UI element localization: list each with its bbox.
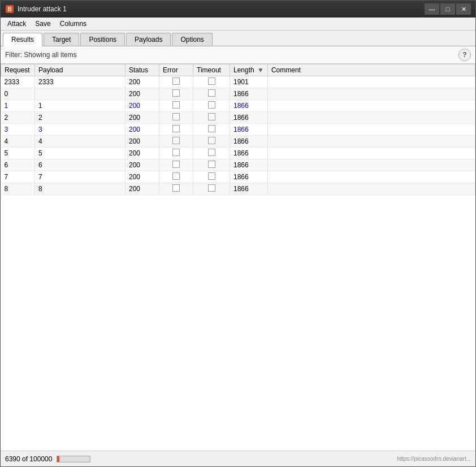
filter-text: Filter: Showing all items	[5, 51, 77, 59]
tab-results[interactable]: Results	[3, 33, 42, 46]
table-container: Request Payload Status Error Timeout Len…	[1, 64, 475, 451]
timeout-checkbox[interactable]	[208, 161, 215, 168]
timeout-checkbox[interactable]	[208, 89, 215, 97]
table-wrapper[interactable]: Request Payload Status Error Timeout Len…	[1, 64, 475, 451]
col-header-length[interactable]: Length ▼	[230, 64, 268, 76]
tab-options[interactable]: Options	[172, 33, 212, 46]
col-header-status[interactable]: Status	[126, 64, 159, 76]
error-checkbox[interactable]	[172, 137, 180, 144]
error-checkbox[interactable]	[172, 113, 180, 120]
col-header-error[interactable]: Error	[159, 64, 193, 76]
table-row[interactable]: 02001866	[1, 88, 475, 100]
timeout-checkbox[interactable]	[208, 172, 215, 180]
progress-text: 6390 of 100000	[5, 455, 52, 463]
help-button[interactable]: ?	[458, 49, 471, 61]
col-header-comment[interactable]: Comment	[267, 64, 475, 76]
table-row[interactable]: 222001866	[1, 112, 475, 124]
filter-bar: Filter: Showing all items ?	[1, 46, 475, 64]
timeout-checkbox[interactable]	[208, 77, 215, 85]
table-body: 2333233320019010200186611200186622200186…	[1, 76, 475, 195]
svg-text:B: B	[7, 6, 11, 12]
error-checkbox[interactable]	[172, 77, 180, 85]
minimize-button[interactable]: —	[425, 3, 439, 15]
error-checkbox[interactable]	[172, 184, 180, 192]
maximize-button[interactable]: □	[440, 3, 455, 15]
table-row[interactable]: 233323332001901	[1, 76, 475, 88]
error-checkbox[interactable]	[172, 125, 180, 132]
app-icon: B	[5, 5, 14, 14]
table-header: Request Payload Status Error Timeout Len…	[1, 64, 475, 76]
table-row[interactable]: 442001866	[1, 136, 475, 148]
col-header-timeout[interactable]: Timeout	[193, 64, 230, 76]
menu-item-columns[interactable]: Columns	[55, 19, 91, 29]
window-title: Intruder attack 1	[18, 5, 425, 13]
content-area: Filter: Showing all items ? Request Payl…	[1, 46, 475, 451]
table-row[interactable]: 112001866	[1, 100, 475, 112]
menu-item-attack[interactable]: Attack	[3, 19, 31, 29]
main-window: B Intruder attack 1 — □ ✕ AttackSaveColu…	[0, 0, 476, 467]
timeout-checkbox[interactable]	[208, 113, 215, 120]
sort-arrow-icon: ▼	[257, 66, 264, 74]
col-header-payload[interactable]: Payload	[35, 64, 126, 76]
table-row[interactable]: 662001866	[1, 159, 475, 171]
tab-target[interactable]: Target	[44, 33, 79, 46]
error-checkbox[interactable]	[172, 149, 180, 156]
title-bar: B Intruder attack 1 — □ ✕	[1, 1, 475, 18]
window-controls: — □ ✕	[425, 3, 471, 15]
timeout-checkbox[interactable]	[208, 125, 215, 132]
timeout-checkbox[interactable]	[208, 137, 215, 144]
tab-payloads[interactable]: Payloads	[126, 33, 171, 46]
table-row[interactable]: 772001866	[1, 171, 475, 183]
timeout-checkbox[interactable]	[208, 149, 215, 156]
results-table: Request Payload Status Error Timeout Len…	[1, 64, 475, 195]
timeout-checkbox[interactable]	[208, 101, 215, 109]
error-checkbox[interactable]	[172, 161, 180, 168]
close-button[interactable]: ✕	[456, 3, 471, 15]
table-row[interactable]: 552001866	[1, 148, 475, 159]
status-bar: 6390 of 100000 https://picassodrn.devian…	[1, 451, 475, 466]
status-left: 6390 of 100000	[5, 455, 90, 463]
error-checkbox[interactable]	[172, 172, 180, 180]
tab-positions[interactable]: Positions	[80, 33, 125, 46]
timeout-checkbox[interactable]	[208, 184, 215, 192]
progress-fill	[57, 456, 59, 462]
error-checkbox[interactable]	[172, 89, 180, 97]
table-row[interactable]: 882001866	[1, 183, 475, 195]
progress-bar	[57, 456, 90, 462]
status-url: https://picassodrn.devianart...	[397, 456, 471, 462]
table-row[interactable]: 332001866	[1, 124, 475, 136]
tabs-bar: ResultsTargetPositionsPayloadsOptions	[1, 31, 475, 46]
error-checkbox[interactable]	[172, 101, 180, 109]
menu-item-save[interactable]: Save	[31, 19, 55, 29]
col-header-request[interactable]: Request	[1, 64, 35, 76]
menu-bar: AttackSaveColumns	[1, 18, 475, 31]
